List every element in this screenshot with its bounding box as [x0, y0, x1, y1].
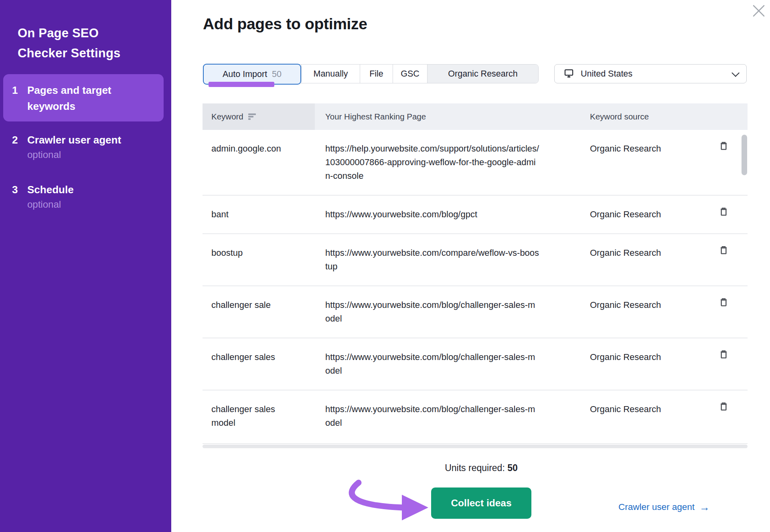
sort-icon[interactable] [248, 113, 256, 120]
horizontal-scrollbar[interactable] [203, 443, 748, 448]
ranking-page-cell: https://help.yourwebsite.com/support/sol… [315, 130, 580, 195]
table-header: Keyword Your Highest Ranking Page Keywor… [203, 103, 748, 130]
units-required-value: 50 [507, 463, 518, 473]
delete-keyword-button[interactable] [717, 243, 731, 258]
keyword-cell: challenger sale [203, 286, 315, 338]
table-row: challenger sales https://www.yourwebsite… [203, 338, 748, 390]
step-crawler-user-agent[interactable]: 2 Crawler user agent optional [3, 124, 164, 169]
table-row: admin.google.con https://help.yourwebsit… [203, 130, 748, 195]
keyword-source-cell: Organic Research [580, 234, 712, 285]
table-row: challenger sales model https://www.yourw… [203, 390, 748, 442]
ranking-page-cell: https://www.yourwebsite.com/blog/challen… [315, 286, 580, 338]
keyword-source-cell: Organic Research [580, 130, 712, 195]
ranking-page-cell: https://www.yourwebsite.com/blog/challen… [315, 390, 580, 442]
step-number: 2 [12, 132, 27, 162]
trash-icon [718, 212, 729, 218]
tab-label: File [369, 69, 383, 79]
tab-label: Manually [313, 69, 348, 79]
region-selector-dropdown[interactable]: United States [554, 64, 747, 83]
delete-keyword-button[interactable] [717, 295, 731, 310]
ranking-page-cell: https://www.yourwebsite.com/blog/gpct [315, 196, 580, 233]
vertical-scrollbar-thumb[interactable] [742, 135, 747, 175]
keywords-table: Keyword Your Highest Ranking Page Keywor… [203, 103, 748, 448]
delete-keyword-button[interactable] [717, 399, 731, 415]
tab-manually[interactable]: Manually [301, 65, 360, 83]
right-arrow-icon: → [699, 503, 710, 512]
step-number: 3 [12, 182, 27, 211]
table-row: challenger sale https://www.yourwebsite.… [203, 285, 748, 338]
units-required-text: Units required: 50 [417, 463, 545, 473]
page-title: Add pages to optimize [203, 15, 367, 33]
steps-list: 1 Pages and target keywords 2 Crawler us… [3, 74, 164, 218]
table-body: admin.google.con https://help.yourwebsit… [203, 130, 748, 442]
collect-ideas-button[interactable]: Collect ideas [431, 487, 531, 519]
trash-icon [718, 303, 729, 309]
column-header-keyword[interactable]: Keyword [203, 103, 315, 130]
purple-arrow-annotation [343, 479, 431, 525]
region-selector-value: United States [581, 69, 632, 79]
sidebar-title: On Page SEO Checker Settings [18, 23, 138, 63]
import-method-tabs: Auto Import 50 Manually File GSC Organic… [203, 64, 539, 83]
delete-keyword-button[interactable] [717, 139, 731, 154]
delete-keyword-button[interactable] [717, 204, 731, 220]
step-optional-label: optional [27, 199, 61, 210]
ranking-page-cell: https://www.yourwebsite.com/blog/challen… [315, 338, 580, 390]
step-label: Schedule [27, 184, 74, 196]
trash-icon [718, 146, 729, 152]
close-button[interactable] [749, 2, 768, 21]
column-header-keyword-source: Keyword source [580, 103, 712, 130]
tab-label: Auto Import [223, 69, 267, 79]
step-schedule[interactable]: 3 Schedule optional [3, 174, 164, 218]
tab-count-badge: 50 [272, 69, 282, 79]
close-icon [751, 14, 767, 20]
tab-label: Organic Research [448, 69, 517, 79]
keyword-cell: admin.google.con [203, 130, 315, 195]
trash-icon [718, 355, 729, 361]
keyword-cell: boostup [203, 234, 315, 285]
on-page-seo-checker-settings-modal: On Page SEO Checker Settings 1 Pages and… [0, 0, 770, 532]
tab-gsc[interactable]: GSC [393, 65, 427, 83]
tab-organic-research[interactable]: Organic Research [427, 65, 538, 83]
desktop-monitor-icon [563, 68, 574, 80]
table-row: bant https://www.yourwebsite.com/blog/gp… [203, 195, 748, 233]
tab-file[interactable]: File [360, 65, 393, 83]
trash-icon [718, 251, 729, 257]
tab-label: GSC [401, 69, 419, 79]
column-header-actions [712, 103, 748, 130]
keyword-source-cell: Organic Research [580, 390, 712, 442]
keyword-cell: challenger sales model [203, 390, 315, 442]
trash-icon [718, 407, 729, 413]
step-optional-label: optional [27, 149, 61, 160]
crawler-user-agent-link[interactable]: Crawler user agent → [618, 502, 710, 512]
purple-underline-annotation [209, 82, 274, 87]
keyword-cell: challenger sales [203, 338, 315, 390]
delete-keyword-button[interactable] [717, 347, 731, 362]
step-label: Crawler user agent [27, 134, 121, 146]
keyword-source-cell: Organic Research [580, 286, 712, 338]
sidebar: On Page SEO Checker Settings 1 Pages and… [0, 0, 171, 532]
step-pages-and-target-keywords[interactable]: 1 Pages and target keywords [3, 74, 164, 121]
keyword-source-cell: Organic Research [580, 196, 712, 233]
step-label: Pages and target keywords [27, 84, 111, 112]
keyword-source-cell: Organic Research [580, 338, 712, 390]
column-header-ranking-page: Your Highest Ranking Page [315, 103, 580, 130]
step-number: 1 [12, 82, 27, 114]
table-row: boostup https://www.yourwebsite.com/comp… [203, 233, 748, 285]
keyword-cell: bant [203, 196, 315, 233]
ranking-page-cell: https://www.yourwebsite.com/compare/wefl… [315, 234, 580, 285]
chevron-down-icon [732, 69, 740, 77]
